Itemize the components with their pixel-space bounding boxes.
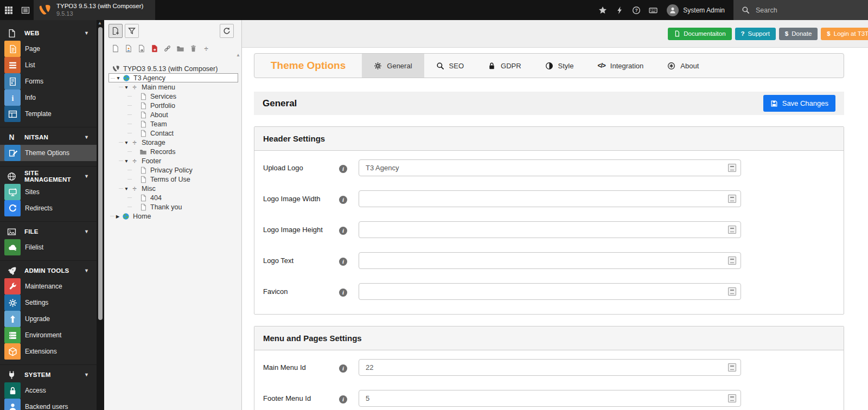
sidebar-section-header[interactable]: N NITSAN ▼: [0, 130, 97, 145]
tab-seo[interactable]: SEO: [424, 54, 476, 78]
drag-new-link-icon[interactable]: [150, 44, 158, 53]
tree-node-misc[interactable]: ▼ ÷ Misc: [108, 184, 238, 193]
scroll-up-icon[interactable]: ▲: [98, 21, 102, 25]
systeminfo-icon[interactable]: [644, 0, 661, 20]
sitename-button[interactable]: TYPO3 9.5.13 (with Composer) 9.5.13: [34, 0, 155, 20]
search-input[interactable]: [756, 7, 848, 14]
sidebar-section-header[interactable]: SYSTEM ▼: [0, 367, 97, 382]
tab-style[interactable]: Style: [533, 54, 586, 78]
sidebar-section-header[interactable]: FILE ▼: [0, 224, 97, 239]
tree-scroll-up-icon[interactable]: ▲: [236, 53, 240, 57]
tree-expander[interactable]: ▼: [124, 85, 129, 90]
user-menu[interactable]: System Admin: [661, 0, 733, 20]
tree-expander[interactable]: ▼: [124, 186, 129, 191]
tree-node-home[interactable]: ▶ Home: [108, 212, 238, 221]
sidebar-item-theme-options[interactable]: Theme Options: [0, 145, 97, 161]
tree-node-records[interactable]: Records: [108, 147, 238, 156]
input-logo-image-height[interactable]: [359, 221, 741, 238]
element-browser-icon[interactable]: [728, 195, 736, 203]
tree-node-thank-you[interactable]: Thank you: [108, 202, 238, 212]
drag-new-page-icon[interactable]: [111, 44, 119, 53]
sidebar-item-filelist[interactable]: Filelist: [0, 239, 97, 255]
tab-integration[interactable]: </> Integration: [585, 54, 655, 78]
tree-node-services[interactable]: Services: [108, 92, 238, 101]
drag-new-recycler-icon[interactable]: [189, 44, 197, 53]
input-logo-image-width[interactable]: [359, 190, 741, 207]
tab-about[interactable]: About: [655, 54, 711, 78]
filter-button[interactable]: [125, 24, 139, 38]
sidebar-item-forms[interactable]: Forms: [0, 73, 97, 89]
tree-node-main-menu[interactable]: ▼ ÷ Main menu: [108, 82, 238, 92]
info-icon[interactable]: i: [339, 252, 359, 269]
input-logo-text[interactable]: [359, 252, 741, 269]
drag-new-shortcut-icon[interactable]: [137, 44, 145, 53]
tree-node-team[interactable]: Team: [108, 119, 238, 129]
input-main-menu-id[interactable]: [359, 359, 741, 376]
tree-node-terms-of-use[interactable]: Terms of Use: [108, 175, 238, 184]
element-browser-icon[interactable]: [728, 257, 736, 265]
tree-expander[interactable]: ▶: [115, 214, 120, 219]
info-icon[interactable]: i: [339, 159, 359, 176]
drag-new-divider-icon[interactable]: ÷: [202, 44, 210, 53]
info-icon[interactable]: i: [339, 283, 359, 300]
info-icon[interactable]: i: [339, 221, 359, 238]
element-browser-icon[interactable]: [728, 164, 736, 172]
bookmarks-icon[interactable]: [594, 0, 611, 20]
sidebar-section-header[interactable]: SITE MANAGEMENT ▼: [0, 169, 97, 184]
tree-node-contact[interactable]: Contact: [108, 129, 238, 138]
new-page-button[interactable]: [108, 24, 123, 38]
sidebar-item-access[interactable]: Access: [0, 382, 97, 399]
refresh-tree-button[interactable]: [220, 24, 234, 38]
input-footer-menu-id[interactable]: [359, 390, 741, 407]
sidebar-item-page[interactable]: Page: [0, 41, 97, 57]
drag-new-page-fe-icon[interactable]: [124, 44, 132, 53]
element-browser-icon[interactable]: [728, 363, 736, 371]
tree-expander[interactable]: ▼: [116, 75, 121, 81]
tree-node-storage[interactable]: ▼ ÷ Storage: [108, 138, 238, 147]
scrollbar-thumb[interactable]: [98, 27, 103, 320]
element-browser-icon[interactable]: [728, 394, 736, 402]
tree-root[interactable]: TYPO3 9.5.13 (with Composer): [108, 64, 238, 73]
module-menu-toggle-icon[interactable]: [0, 0, 17, 20]
sidebar-item-extensions[interactable]: Extensions: [0, 343, 97, 360]
tree-node-t3-agency[interactable]: ▼ T3 Agency: [108, 73, 238, 82]
sidebar-item-template[interactable]: Template: [0, 106, 97, 122]
clear-cache-icon[interactable]: [611, 0, 628, 20]
input-upload-logo[interactable]: [359, 159, 741, 176]
element-browser-icon[interactable]: [728, 226, 736, 234]
tree-node-privacy-policy[interactable]: Privacy Policy: [108, 165, 238, 175]
module-menu-scrollbar[interactable]: ▲: [97, 20, 104, 410]
tab-gdpr[interactable]: GDPR: [476, 54, 533, 78]
info-icon[interactable]: i: [339, 390, 359, 407]
open-docs-icon[interactable]: [17, 0, 34, 20]
donate-button[interactable]: $ Donate: [779, 28, 818, 40]
save-changes-button[interactable]: Save Changes: [763, 95, 835, 112]
sidebar-item-info[interactable]: i Info: [0, 89, 97, 106]
tree-node-404[interactable]: 404: [108, 193, 238, 202]
drag-new-folder-icon[interactable]: [176, 44, 184, 53]
sidebar-item-settings[interactable]: Settings: [0, 294, 97, 311]
sidebar-item-sites[interactable]: Sites: [0, 184, 97, 200]
input-favicon[interactable]: [359, 283, 741, 300]
sidebar-section-header[interactable]: ADMIN TOOLS ▼: [0, 263, 97, 278]
info-icon[interactable]: i: [339, 190, 359, 207]
info-icon[interactable]: i: [339, 359, 359, 376]
tree-expander[interactable]: ▼: [124, 140, 129, 145]
element-browser-icon[interactable]: [728, 287, 736, 296]
sidebar-item-upgrade[interactable]: Upgrade: [0, 311, 97, 327]
tree-node-about[interactable]: About: [108, 110, 238, 119]
tab-general[interactable]: General: [362, 54, 424, 78]
sidebar-item-backend-users[interactable]: Backend users: [0, 399, 97, 410]
sidebar-item-environment[interactable]: Environment: [0, 327, 97, 343]
documentaiton-button[interactable]: Documentaiton: [668, 28, 731, 40]
support-button[interactable]: ? Support: [735, 28, 776, 40]
login-at-t3termina-button[interactable]: $ Login at T3Termina: [821, 28, 868, 40]
tree-node-footer[interactable]: ▼ ÷ Footer: [108, 156, 238, 165]
sidebar-item-redirects[interactable]: Redirects: [0, 200, 97, 216]
help-icon[interactable]: ?: [628, 0, 644, 20]
sidebar-item-maintenance[interactable]: Maintenance: [0, 278, 97, 294]
tree-node-portfolio[interactable]: Portfolio: [108, 101, 238, 110]
sidebar-item-list[interactable]: List: [0, 57, 97, 73]
drag-new-mount-icon[interactable]: [163, 44, 171, 53]
tree-expander[interactable]: ▼: [124, 158, 129, 164]
